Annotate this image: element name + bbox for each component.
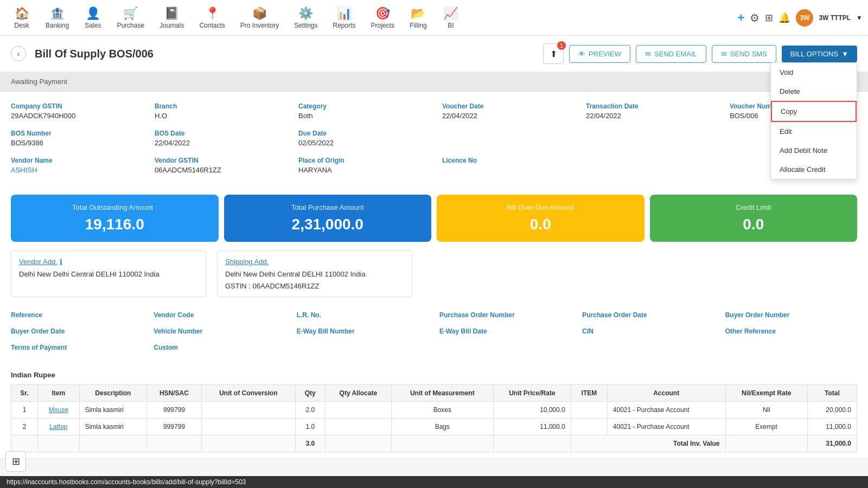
back-button[interactable]: ‹ (11, 46, 26, 61)
nav-label-journals: Journals (159, 22, 184, 29)
nav-label-bi: BI (448, 22, 454, 29)
form-row-2: BOS Number BOS/9386 BOS Date 22/04/2022 … (11, 130, 857, 147)
preview-button[interactable]: 👁 PREVIEW (569, 45, 630, 63)
footer-total: 31,000.0 (807, 435, 857, 452)
placeholder-1 (442, 130, 570, 147)
grid-icon[interactable]: ⊞ (765, 12, 773, 24)
bi-icon: 📈 (443, 7, 458, 21)
branch-value: H.O (155, 112, 282, 120)
notification-icon[interactable]: 🔔 (778, 12, 790, 24)
nav-item-reports[interactable]: 📊 Reports (326, 0, 363, 36)
nav-label-settings: Settings (294, 22, 317, 29)
currency-label: Indian Rupee (11, 371, 857, 379)
nav-label-projects: Projects (371, 22, 394, 29)
transaction-date-field: Transaction Date 22/04/2022 (586, 102, 713, 120)
other-reference-label: Other Reference (725, 328, 857, 335)
footer-qty-allocate (325, 435, 391, 452)
nav-item-desk[interactable]: 🏠 Desk (5, 0, 38, 36)
nav-item-settings[interactable]: ⚙️ Settings (286, 0, 325, 36)
dropdown-item-copy[interactable]: Copy (771, 101, 857, 122)
placeholder-r4 (725, 344, 857, 352)
bos-number-value: BOS/9386 (11, 139, 138, 147)
footer-description (79, 435, 146, 452)
stat-cards: Total Outstanding Amount : 19,116.0 Tota… (11, 195, 857, 242)
chevron-down-icon[interactable]: ▼ (856, 14, 863, 22)
nav-item-banking[interactable]: 🏦 Banking (38, 0, 76, 36)
bos-number-label: BOS Number (11, 130, 138, 137)
footer-label: Total Inv. Value (571, 435, 725, 452)
gear-icon[interactable]: ⚙ (750, 11, 760, 24)
vehicle-number-field: Vehicle Number (154, 328, 285, 336)
col-item-col: ITEM (571, 384, 607, 401)
branch-label: Branch (155, 102, 282, 110)
item-link-lattop[interactable]: Lattop (49, 423, 67, 431)
row2-uom: Bags (391, 418, 493, 435)
nav-item-sales[interactable]: 👤 Sales (76, 0, 109, 36)
voucher-date-label: Voucher Date (442, 102, 570, 110)
vendor-code-field: Vendor Code (154, 311, 285, 320)
shipping-add-link[interactable]: Shipping Add. (225, 258, 404, 266)
nav-item-pro-inventory[interactable]: 📦 Pro Inventory (233, 0, 286, 36)
row1-sr: 1 (11, 401, 38, 418)
company-gstin-value: 29AADCK7940H000 (11, 112, 138, 120)
contacts-icon: 📍 (205, 7, 220, 21)
bos-date-label: BOS Date (155, 130, 282, 137)
vendor-add-link[interactable]: Vendor Add. ℹ (19, 258, 198, 266)
send-email-button[interactable]: ✉ SEND EMAIL (636, 45, 706, 63)
header-actions: ⬆ 1 👁 PREVIEW ✉ SEND EMAIL ✉ SEND SMS BI… (543, 43, 857, 64)
nav-item-purchase[interactable]: 🛒 Purchase (109, 0, 152, 36)
nav-right: + ⚙ ⊞ 🔔 3W 3W TTTPL ▼ (738, 9, 863, 27)
voucher-date-field: Voucher Date 22/04/2022 (442, 102, 570, 120)
row2-item[interactable]: Lattop (37, 418, 79, 435)
credit-limit-label: Credit Limit (661, 203, 847, 211)
row1-unit-price: 10,000.0 (493, 401, 571, 418)
buyer-order-date-label: Buyer Order Date (11, 328, 143, 335)
nav-item-journals[interactable]: 📓 Journals (152, 0, 192, 36)
apps-icon-button[interactable]: ⊞ (5, 451, 26, 458)
dropdown-item-edit[interactable]: Edit (771, 122, 857, 141)
dropdown-item-void[interactable]: Void (771, 63, 857, 82)
dropdown-item-add-debit-note[interactable]: Add Debit Note (771, 141, 857, 160)
nav-item-filling[interactable]: 📂 Filling (402, 0, 435, 36)
ref-row-3: Terms of Payment Custom (11, 344, 857, 352)
row1-item-col (571, 401, 607, 418)
table-row: 2 Lattop Simla kasmiri 999799 1.0 Bags 1… (11, 418, 857, 435)
bill-options-dropdown[interactable]: BILL OPTIONS ▼ Void Delete Copy Edit Add… (782, 46, 857, 62)
eway-bill-date-label: E-Way Bill Date (439, 328, 571, 335)
dropdown-item-allocate-credit[interactable]: Allocate Credit (771, 160, 857, 179)
buyer-order-date-field: Buyer Order Date (11, 328, 143, 336)
purchase-order-date-label: Purchase Order Date (582, 311, 714, 319)
settings-icon: ⚙️ (298, 7, 313, 21)
nav-label-sales: Sales (85, 22, 101, 29)
row1-item[interactable]: Mouse (37, 401, 79, 418)
bill-options-button[interactable]: BILL OPTIONS ▼ (782, 46, 857, 62)
item-link-mouse[interactable]: Mouse (49, 406, 68, 414)
nav-item-bi[interactable]: 📈 BI (435, 0, 467, 36)
vendor-gstin-field: Vendor GSTIN 06AADCM5146R1ZZ (155, 157, 282, 174)
nav-label-reports: Reports (333, 22, 356, 29)
avatar[interactable]: 3W (796, 9, 813, 27)
top-navigation: 🏠 Desk 🏦 Banking 👤 Sales 🛒 Purchase 📓 Jo… (0, 0, 868, 36)
reference-label: Reference (11, 311, 143, 319)
row1-description: Simla kasmiri (79, 401, 146, 418)
upload-button[interactable]: ⬆ 1 (543, 43, 564, 64)
table-footer-row: 3.0 Total Inv. Value 31,000.0 (11, 435, 857, 452)
voucher-date-value: 22/04/2022 (442, 112, 570, 120)
row2-total: 11,000.0 (807, 418, 857, 435)
place-of-origin-label: Place of Origin (298, 157, 426, 164)
nav-item-contacts[interactable]: 📍 Contacts (192, 0, 232, 36)
send-sms-button[interactable]: ✉ SEND SMS (712, 45, 776, 63)
col-sr: Sr. (11, 384, 38, 401)
address-row: Vendor Add. ℹ Delhi New Delhi Central DE… (11, 251, 857, 297)
banking-icon: 🏦 (50, 7, 65, 21)
place-of-origin-value: HARYANA (298, 166, 426, 174)
dropdown-item-delete[interactable]: Delete (771, 82, 857, 101)
content-area: ‹ Bill Of Supply BOS/006 ⬆ 1 👁 PREVIEW ✉… (0, 36, 868, 458)
nav-item-projects[interactable]: 🎯 Projects (363, 0, 402, 36)
ref-row-1: Reference Vendor Code L.R. No. Purchase … (11, 311, 857, 320)
credit-limit-value: 0.0 (661, 216, 847, 233)
add-icon[interactable]: + (738, 11, 745, 25)
total-outstanding-value: 19,116.0 (22, 216, 208, 233)
other-reference-field: Other Reference (725, 328, 857, 336)
col-nil-exempt: Nil/Exempt Rate (725, 384, 807, 401)
